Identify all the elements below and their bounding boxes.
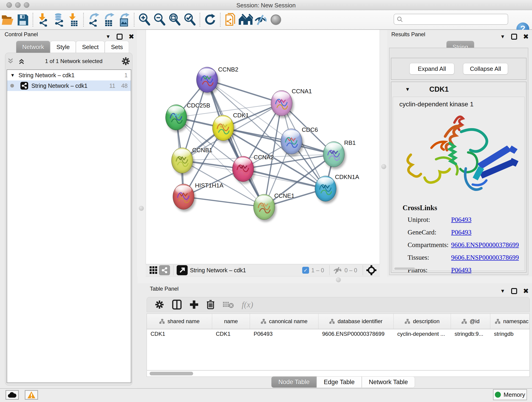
network-node-RB1[interactable]	[323, 141, 345, 167]
table-cell[interactable]: stringdb	[490, 329, 530, 339]
zoom-fit-button[interactable]	[167, 12, 182, 28]
inspect-sphere-button[interactable]	[268, 12, 283, 28]
tab-node-table[interactable]: Node Table	[271, 376, 317, 388]
collapse-panel-icon[interactable]: ▼	[500, 34, 505, 40]
network-node-CCNA2[interactable]	[232, 156, 254, 182]
hide-unhide-button[interactable]	[253, 12, 268, 28]
splitter-handle[interactable]	[381, 164, 386, 169]
pan-crosshair-icon[interactable]	[366, 265, 377, 275]
apply-layout-button[interactable]	[203, 12, 218, 28]
column-header-database-identifier[interactable]: database identifier	[318, 314, 394, 329]
network-share-badge[interactable]	[159, 265, 170, 275]
close-panel-icon[interactable]: ✖	[523, 32, 529, 41]
horizontal-splitter[interactable]	[138, 276, 532, 283]
table-options-gear-icon[interactable]	[155, 300, 164, 309]
tab-network-table[interactable]: Network Table	[362, 376, 415, 388]
network-node-CDKN1A[interactable]	[315, 176, 336, 201]
table-cell[interactable]: cyclin-dependent ...	[394, 329, 451, 339]
float-panel-icon[interactable]	[511, 288, 517, 294]
import-table-file-button[interactable]	[66, 12, 81, 28]
cloud-status-button[interactable]	[6, 390, 19, 400]
tab-select[interactable]: Select	[76, 41, 105, 53]
column-header-shared-name[interactable]: shared name	[147, 314, 212, 329]
export-network-button[interactable]	[86, 12, 101, 28]
save-session-button[interactable]	[15, 12, 30, 28]
network-node-CCNA1[interactable]	[271, 90, 292, 116]
export-image-button[interactable]	[116, 12, 132, 28]
export-table-button[interactable]	[101, 12, 116, 28]
float-panel-icon[interactable]	[117, 34, 123, 40]
tab-network[interactable]: Network	[16, 41, 50, 53]
string-home-button[interactable]	[238, 12, 253, 28]
network-node-CCNE1[interactable]	[253, 194, 275, 220]
expand-all-icon[interactable]	[19, 58, 26, 65]
zoom-selected-button[interactable]	[182, 12, 197, 28]
expand-all-button[interactable]: Expand All	[409, 63, 454, 75]
import-network-file-button[interactable]	[36, 12, 51, 28]
table-cell[interactable]: stringdb:9...	[451, 329, 490, 339]
network-canvas[interactable]: CCNB2CCNA1CDC25BCDK1CDC6RB1CCNB1CCNA2CDK…	[146, 30, 380, 264]
tree-expander-icon[interactable]: ▼	[10, 73, 15, 78]
table-panel: Table Panel ▼ ✖ f(x) shared namenamecano…	[138, 283, 532, 388]
network-node-CCNB1[interactable]	[171, 148, 193, 173]
network-node-CCNB2[interactable]	[196, 67, 218, 93]
column-header-name[interactable]: name	[212, 314, 250, 329]
table-horizontal-scrollbar[interactable]	[147, 371, 530, 377]
crosslink-value-link[interactable]: 9606.ENSP00000378699	[451, 254, 519, 261]
column-header-namespac[interactable]: namespac	[490, 314, 530, 329]
import-network-from-database-button[interactable]	[51, 12, 66, 28]
network-node-CDC6[interactable]	[281, 128, 302, 154]
close-panel-icon[interactable]: ✖	[128, 32, 134, 41]
table-cell[interactable]: 9606.ENSP00000378699	[318, 329, 394, 339]
zoom-in-button[interactable]	[137, 12, 152, 28]
warnings-button[interactable]	[25, 390, 38, 400]
edge-CCNB2-CCNA1[interactable]	[207, 80, 282, 103]
show-columns-icon[interactable]	[172, 300, 182, 310]
left-splitter[interactable]	[137, 30, 146, 276]
table-row[interactable]: CDK1CDK1P064939606.ENSP00000378699cyclin…	[147, 329, 530, 339]
crosslink-value-link[interactable]: P06493	[451, 266, 472, 274]
birdseye-view-button[interactable]	[148, 265, 159, 275]
tab-edge-table[interactable]: Edge Table	[317, 376, 362, 388]
delete-column-icon[interactable]	[206, 300, 215, 310]
tab-sets[interactable]: Sets	[105, 41, 129, 53]
splitter-handle[interactable]	[139, 206, 144, 211]
tab-style[interactable]: Style	[50, 41, 76, 53]
network-collection-row[interactable]: ▼ String Network – cdk1 1	[7, 70, 131, 80]
splitter-handle[interactable]	[336, 277, 341, 282]
node-table[interactable]: shared namenamecanonical namedatabase id…	[147, 313, 530, 370]
collapse-panel-icon[interactable]: ▼	[106, 34, 111, 40]
string-import-button[interactable]	[223, 12, 238, 28]
column-header-canonical-name[interactable]: canonical name	[250, 314, 318, 329]
scrollbar-thumb[interactable]	[150, 372, 193, 375]
table-cell[interactable]: P06493	[250, 329, 318, 339]
selected-counts-checkbox[interactable]: ✓	[302, 267, 309, 274]
open-session-button[interactable]	[0, 12, 15, 28]
add-column-icon[interactable]	[190, 300, 199, 309]
network-options-gear-icon[interactable]	[121, 57, 130, 66]
crosslink-value-link[interactable]: P06493	[451, 216, 472, 223]
memory-button[interactable]: Memory	[493, 389, 527, 400]
close-panel-icon[interactable]: ✖	[523, 287, 529, 295]
edge-HIST1H1A-CCNE1[interactable]	[184, 197, 264, 207]
network-node-CDC25B[interactable]	[165, 104, 187, 130]
column-header-@id[interactable]: @id	[451, 314, 490, 329]
open-in-new-window-button[interactable]	[177, 265, 188, 275]
float-panel-icon[interactable]	[511, 34, 517, 40]
zoom-out-button[interactable]	[152, 12, 167, 28]
search-field[interactable]	[394, 14, 508, 25]
column-header-description[interactable]: description	[394, 314, 451, 329]
crosslink-value-link[interactable]: 9606.ENSP00000378699	[451, 241, 519, 249]
card-scrollbar-thumb[interactable]	[394, 268, 415, 270]
collapse-all-button[interactable]: Collapse All	[463, 63, 508, 75]
crosslink-value-link[interactable]: P06493	[451, 229, 472, 236]
section-expander-icon[interactable]: ▼	[405, 86, 410, 92]
network-node-CDK1[interactable]	[212, 115, 234, 141]
search-input[interactable]	[403, 16, 504, 22]
network-node-HIST1H1A[interactable]	[173, 184, 194, 210]
network-row[interactable]: String Network – cdk1 11 48	[7, 80, 131, 91]
collapse-panel-icon[interactable]: ▼	[500, 288, 505, 294]
collapse-all-icon[interactable]	[7, 58, 15, 65]
table-cell[interactable]: CDK1	[212, 329, 250, 339]
table-cell[interactable]: CDK1	[147, 329, 212, 339]
